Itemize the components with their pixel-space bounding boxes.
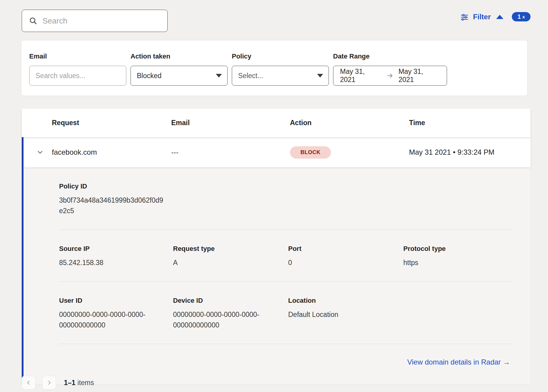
source-ip-label: Source IP — [59, 245, 173, 253]
filter-toggle[interactable]: Filter 1 x — [460, 12, 531, 21]
action-taken-value: Blocked — [137, 72, 162, 80]
filter-clear-x[interactable]: x — [522, 14, 525, 19]
items-range: 1–1 — [64, 379, 75, 387]
protocol-type-field: Protocol type https — [403, 245, 513, 268]
policy-id-label: Policy ID — [59, 182, 513, 190]
details-section-policy: Policy ID 3b0f734a48a3461999b3d062f0d9e2… — [24, 167, 531, 229]
filter-count-badge[interactable]: 1 x — [512, 12, 531, 21]
block-action-badge: BLOCK — [290, 146, 331, 159]
table-header-row: Request Email Action Time — [22, 109, 531, 137]
column-header-request: Request — [52, 119, 171, 127]
details-section-identity: User ID 00000000-0000-0000-0000-00000000… — [24, 282, 531, 344]
search-box[interactable] — [22, 10, 168, 32]
protocol-type-value: https — [403, 258, 513, 268]
row-details-panel: Policy ID 3b0f734a48a3461999b3d062f0d9e2… — [24, 167, 531, 384]
items-count-text: 1–1 items — [64, 379, 94, 387]
column-header-time: Time — [409, 119, 531, 127]
row-expand-toggle[interactable] — [24, 148, 52, 156]
row-request-domain: facebook.com — [52, 148, 171, 156]
row-action-cell: BLOCK — [290, 146, 409, 159]
request-type-value: A — [173, 258, 288, 268]
date-range-start: May 31, 2021 — [340, 68, 382, 84]
location-label: Location — [288, 297, 403, 305]
date-range-picker[interactable]: May 31, 2021 May 31, 2021 — [333, 66, 447, 86]
previous-page-button[interactable] — [22, 376, 36, 390]
date-range-end: May 31, 2021 — [398, 68, 440, 84]
table-row[interactable]: facebook.com --- BLOCK May 31 2021 • 9:3… — [24, 137, 531, 167]
next-page-button[interactable] — [42, 376, 56, 390]
port-label: Port — [288, 245, 403, 253]
action-taken-select[interactable]: Blocked — [131, 66, 228, 86]
chevron-up-icon — [496, 15, 503, 19]
request-type-field: Request type A — [173, 245, 288, 268]
arrow-right-icon — [386, 72, 394, 79]
device-id-label: Device ID — [173, 297, 288, 305]
chevron-left-icon — [25, 379, 32, 386]
column-header-email: Email — [171, 119, 290, 127]
source-ip-value: 85.242.158.38 — [59, 258, 173, 268]
user-id-value: 00000000-0000-0000-0000-000000000000 — [59, 309, 153, 330]
protocol-type-label: Protocol type — [403, 245, 513, 253]
device-id-field: Device ID 00000000-0000-0000-0000-000000… — [173, 297, 288, 330]
row-time: May 31 2021 • 9:33:24 PM — [409, 148, 531, 156]
policy-value: Select... — [238, 72, 263, 80]
filter-field-policy: Policy Select... — [232, 52, 329, 96]
logs-table: Request Email Action Time facebook.com -… — [22, 109, 531, 384]
filter-sliders-icon — [460, 13, 469, 21]
date-range-label: Date Range — [333, 52, 447, 60]
search-input[interactable] — [43, 16, 162, 26]
location-value: Default Location — [288, 309, 403, 320]
items-label: items — [77, 379, 94, 387]
filter-panel: Email Action taken Blocked Policy Select… — [21, 40, 528, 96]
expanded-row-block: facebook.com --- BLOCK May 31 2021 • 9:3… — [22, 137, 531, 384]
pagination: 1–1 items — [22, 376, 94, 390]
view-radar-link[interactable]: View domain details in Radar → — [407, 358, 510, 366]
top-bar: Filter 1 x — [0, 0, 548, 36]
source-ip-field: Source IP 85.242.158.38 — [59, 245, 173, 268]
chevron-down-icon — [317, 74, 323, 77]
policy-id-value: 3b0f734a48a3461999b3d062f0d9e2c5 — [59, 195, 165, 216]
filter-field-email: Email — [29, 52, 126, 96]
search-icon — [29, 16, 38, 25]
action-taken-label: Action taken — [131, 52, 228, 60]
user-id-field: User ID 00000000-0000-0000-0000-00000000… — [59, 297, 173, 330]
column-header-action: Action — [290, 119, 409, 127]
email-filter-label: Email — [29, 52, 126, 60]
details-section-network: Source IP 85.242.158.38 Request type A P… — [24, 230, 531, 281]
filter-label: Filter — [473, 13, 491, 21]
port-value: 0 — [288, 258, 403, 268]
details-footer: View domain details in Radar → — [24, 344, 531, 384]
request-type-label: Request type — [173, 245, 288, 253]
user-id-label: User ID — [59, 297, 173, 305]
chevron-down-icon — [216, 74, 222, 77]
policy-label: Policy — [232, 52, 329, 60]
row-email: --- — [171, 148, 290, 156]
email-filter-input[interactable] — [29, 66, 126, 86]
location-field: Location Default Location — [288, 297, 403, 330]
chevron-right-icon — [46, 379, 52, 386]
filter-count: 1 — [518, 13, 521, 20]
policy-select[interactable]: Select... — [232, 66, 329, 86]
filter-field-date-range: Date Range May 31, 2021 May 31, 2021 — [333, 52, 447, 96]
port-field: Port 0 — [288, 245, 403, 268]
chevron-down-icon — [36, 148, 44, 156]
device-id-value: 00000000-0000-0000-0000-000000000000 — [173, 309, 267, 330]
filter-field-action-taken: Action taken Blocked — [131, 52, 228, 96]
